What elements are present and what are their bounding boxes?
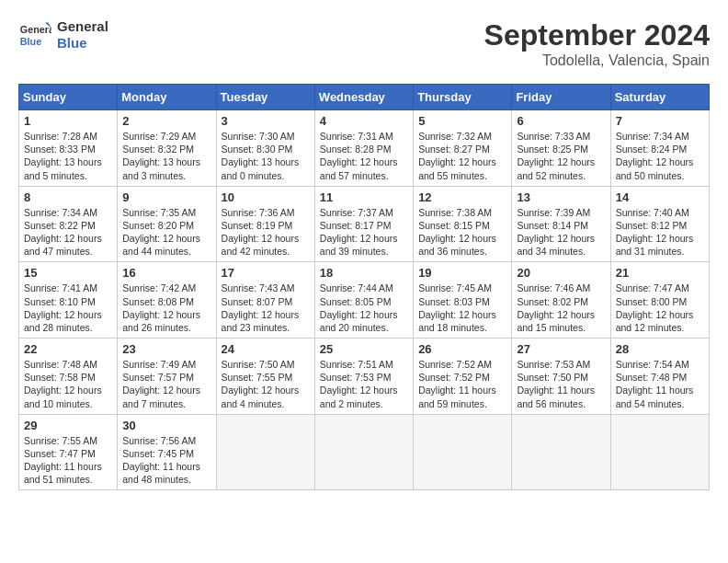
day-number: 28 [616, 342, 704, 356]
header-area: General Blue General Blue September 2024… [18, 18, 710, 69]
day-number: 16 [122, 266, 210, 280]
table-row: 26Sunrise: 7:52 AM Sunset: 7:52 PM Dayli… [414, 339, 512, 415]
cell-info: Sunrise: 7:44 AM Sunset: 8:05 PM Dayligh… [320, 282, 408, 334]
table-row: 4Sunrise: 7:31 AM Sunset: 8:28 PM Daylig… [314, 110, 413, 187]
day-number: 19 [418, 266, 506, 280]
table-row: 29Sunrise: 7:55 AM Sunset: 7:47 PM Dayli… [19, 414, 118, 490]
logo-icon: General Blue [18, 18, 51, 52]
table-row: 16Sunrise: 7:42 AM Sunset: 8:08 PM Dayli… [118, 262, 216, 339]
day-number: 9 [122, 190, 210, 204]
table-row: 28Sunrise: 7:54 AM Sunset: 7:48 PM Dayli… [610, 339, 709, 415]
day-number: 22 [24, 342, 112, 356]
cell-info: Sunrise: 7:43 AM Sunset: 8:07 PM Dayligh… [222, 282, 310, 334]
cell-info: Sunrise: 7:37 AM Sunset: 8:17 PM Dayligh… [320, 206, 408, 259]
calendar-week-row: 15Sunrise: 7:41 AM Sunset: 8:10 PM Dayli… [19, 262, 710, 339]
table-row: 23Sunrise: 7:49 AM Sunset: 7:57 PM Dayli… [118, 339, 216, 415]
day-number: 10 [222, 190, 310, 204]
table-row: 20Sunrise: 7:46 AM Sunset: 8:02 PM Dayli… [512, 262, 610, 339]
table-row: 10Sunrise: 7:36 AM Sunset: 8:19 PM Dayli… [216, 186, 314, 262]
cell-info: Sunrise: 7:34 AM Sunset: 8:24 PM Dayligh… [616, 130, 704, 182]
location-title: Todolella, Valencia, Spain [484, 52, 710, 69]
logo-line1: General [57, 18, 108, 35]
cell-info: Sunrise: 7:52 AM Sunset: 7:52 PM Dayligh… [418, 358, 506, 410]
day-number: 30 [122, 419, 210, 432]
day-number: 6 [517, 114, 605, 128]
table-row [216, 414, 314, 490]
cell-info: Sunrise: 7:35 AM Sunset: 8:20 PM Dayligh… [122, 206, 210, 259]
cell-info: Sunrise: 7:28 AM Sunset: 8:33 PM Dayligh… [24, 130, 112, 182]
logo-line2: Blue [57, 35, 108, 52]
table-row: 18Sunrise: 7:44 AM Sunset: 8:05 PM Dayli… [314, 262, 413, 339]
table-row: 8Sunrise: 7:34 AM Sunset: 8:22 PM Daylig… [19, 186, 118, 262]
table-row: 11Sunrise: 7:37 AM Sunset: 8:17 PM Dayli… [314, 186, 413, 262]
col-monday: Monday [118, 85, 216, 110]
day-number: 17 [222, 266, 310, 280]
col-saturday: Saturday [610, 85, 709, 110]
day-number: 24 [222, 342, 310, 356]
day-number: 29 [24, 419, 112, 432]
day-number: 5 [418, 114, 506, 128]
day-number: 18 [320, 266, 408, 280]
day-number: 8 [24, 190, 112, 204]
table-row [414, 414, 512, 490]
day-number: 11 [320, 190, 408, 204]
cell-info: Sunrise: 7:45 AM Sunset: 8:03 PM Dayligh… [418, 282, 506, 334]
cell-info: Sunrise: 7:56 AM Sunset: 7:45 PM Dayligh… [122, 434, 210, 487]
cell-info: Sunrise: 7:32 AM Sunset: 8:27 PM Dayligh… [418, 130, 506, 182]
day-number: 13 [517, 190, 605, 204]
col-friday: Friday [512, 85, 610, 110]
cell-info: Sunrise: 7:40 AM Sunset: 8:12 PM Dayligh… [616, 206, 704, 259]
cell-info: Sunrise: 7:55 AM Sunset: 7:47 PM Dayligh… [24, 434, 112, 487]
cell-info: Sunrise: 7:33 AM Sunset: 8:25 PM Dayligh… [517, 130, 605, 182]
calendar-week-row: 1Sunrise: 7:28 AM Sunset: 8:33 PM Daylig… [19, 110, 710, 187]
table-row [512, 414, 610, 490]
cell-info: Sunrise: 7:34 AM Sunset: 8:22 PM Dayligh… [24, 206, 112, 259]
table-row: 17Sunrise: 7:43 AM Sunset: 8:07 PM Dayli… [216, 262, 314, 339]
cell-info: Sunrise: 7:47 AM Sunset: 8:00 PM Dayligh… [616, 282, 704, 334]
table-row: 27Sunrise: 7:53 AM Sunset: 7:50 PM Dayli… [512, 339, 610, 415]
table-row [610, 414, 709, 490]
cell-info: Sunrise: 7:50 AM Sunset: 7:55 PM Dayligh… [222, 358, 310, 410]
day-number: 12 [418, 190, 506, 204]
table-row: 13Sunrise: 7:39 AM Sunset: 8:14 PM Dayli… [512, 186, 610, 262]
col-thursday: Thursday [414, 85, 512, 110]
day-number: 15 [24, 266, 112, 280]
cell-info: Sunrise: 7:49 AM Sunset: 7:57 PM Dayligh… [122, 358, 210, 410]
day-number: 2 [122, 114, 210, 128]
table-row: 25Sunrise: 7:51 AM Sunset: 7:53 PM Dayli… [314, 339, 413, 415]
cell-info: Sunrise: 7:39 AM Sunset: 8:14 PM Dayligh… [517, 206, 605, 259]
svg-text:General: General [20, 24, 51, 35]
day-number: 25 [320, 342, 408, 356]
month-title: September 2024 [484, 18, 710, 52]
table-row: 3Sunrise: 7:30 AM Sunset: 8:30 PM Daylig… [216, 110, 314, 187]
day-number: 14 [616, 190, 704, 204]
table-row: 9Sunrise: 7:35 AM Sunset: 8:20 PM Daylig… [118, 186, 216, 262]
table-row: 5Sunrise: 7:32 AM Sunset: 8:27 PM Daylig… [414, 110, 512, 187]
cell-info: Sunrise: 7:29 AM Sunset: 8:32 PM Dayligh… [122, 130, 210, 182]
svg-text:Blue: Blue [20, 36, 41, 47]
table-row: 21Sunrise: 7:47 AM Sunset: 8:00 PM Dayli… [610, 262, 709, 339]
table-row: 1Sunrise: 7:28 AM Sunset: 8:33 PM Daylig… [19, 110, 118, 187]
day-number: 23 [122, 342, 210, 356]
calendar-week-row: 22Sunrise: 7:48 AM Sunset: 7:58 PM Dayli… [19, 339, 710, 415]
title-area: September 2024 Todolella, Valencia, Spai… [484, 18, 710, 69]
table-row [314, 414, 413, 490]
day-number: 4 [320, 114, 408, 128]
day-number: 20 [517, 266, 605, 280]
table-row: 2Sunrise: 7:29 AM Sunset: 8:32 PM Daylig… [118, 110, 216, 187]
cell-info: Sunrise: 7:48 AM Sunset: 7:58 PM Dayligh… [24, 358, 112, 410]
cell-info: Sunrise: 7:38 AM Sunset: 8:15 PM Dayligh… [418, 206, 506, 259]
cell-info: Sunrise: 7:36 AM Sunset: 8:19 PM Dayligh… [222, 206, 310, 259]
cell-info: Sunrise: 7:31 AM Sunset: 8:28 PM Dayligh… [320, 130, 408, 182]
table-row: 24Sunrise: 7:50 AM Sunset: 7:55 PM Dayli… [216, 339, 314, 415]
day-number: 26 [418, 342, 506, 356]
col-tuesday: Tuesday [216, 85, 314, 110]
table-row: 7Sunrise: 7:34 AM Sunset: 8:24 PM Daylig… [610, 110, 709, 187]
cell-info: Sunrise: 7:42 AM Sunset: 8:08 PM Dayligh… [122, 282, 210, 334]
logo: General Blue General Blue [18, 18, 108, 52]
day-number: 3 [222, 114, 310, 128]
cell-info: Sunrise: 7:54 AM Sunset: 7:48 PM Dayligh… [616, 358, 704, 410]
table-row: 30Sunrise: 7:56 AM Sunset: 7:45 PM Dayli… [118, 414, 216, 490]
table-row: 6Sunrise: 7:33 AM Sunset: 8:25 PM Daylig… [512, 110, 610, 187]
day-number: 21 [616, 266, 704, 280]
